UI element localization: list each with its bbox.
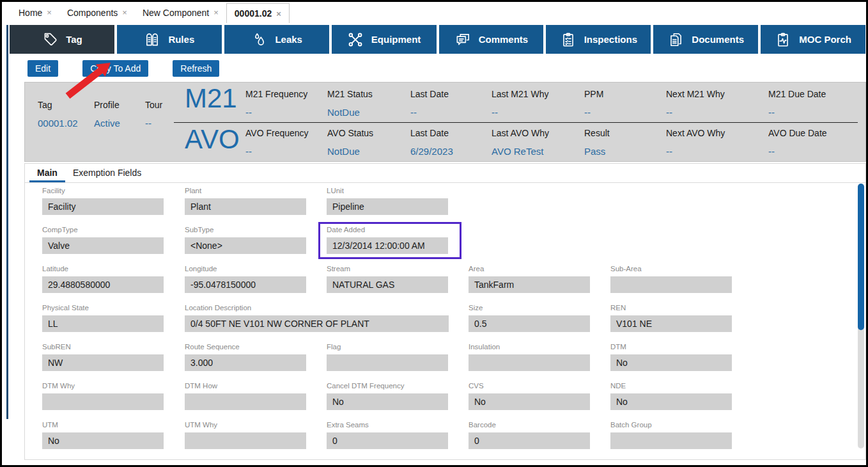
nde-field: NDE No xyxy=(610,382,732,410)
red-arrow-annotation xyxy=(63,56,120,104)
tab-00001-02[interactable]: 00001.02 × xyxy=(226,3,290,23)
ppm-value: -- xyxy=(584,107,591,118)
field-label: DTM How xyxy=(185,382,306,391)
field-value[interactable]: TankFarm xyxy=(469,276,590,293)
field-value[interactable] xyxy=(469,354,590,371)
last-avo-why-label: Last AVO Why xyxy=(492,128,549,138)
field-value[interactable] xyxy=(42,393,164,410)
nav-label: Tag xyxy=(66,34,82,45)
close-icon[interactable]: × xyxy=(276,9,281,19)
field-value[interactable]: 29.4880580000 xyxy=(42,276,164,293)
tab-main[interactable]: Main xyxy=(29,164,65,182)
avo-frequency-value: -- xyxy=(245,146,252,157)
facility-field: Facility Facility xyxy=(42,187,164,215)
field-value[interactable]: Plant xyxy=(185,198,306,215)
field-value[interactable]: V101 NE xyxy=(610,315,732,332)
field-value[interactable]: 0/4 50FT NE V101 NW CORNER OF PLANT xyxy=(185,315,449,332)
scrollbar-thumb[interactable] xyxy=(858,184,864,330)
ren-field: REN V101 NE xyxy=(610,304,732,332)
avo-frequency-label: AVO Frequency xyxy=(245,128,309,138)
plant-field: Plant Plant xyxy=(185,187,306,215)
field-value[interactable]: Pipeline xyxy=(327,198,448,215)
nav-leaks-button[interactable]: Leaks xyxy=(224,25,329,54)
nav-equipment-button[interactable]: Equipment xyxy=(332,25,437,54)
field-value[interactable] xyxy=(185,432,306,449)
form-tabs: Main Exemption Fields xyxy=(25,164,865,183)
comments-icon xyxy=(454,31,471,48)
form-row: DTM Why DTM How Cancel DTM Frequency No … xyxy=(25,378,865,417)
nav-moc-porch-button[interactable]: MOC Porch xyxy=(761,25,865,54)
field-value[interactable] xyxy=(610,276,732,293)
field-value[interactable]: 0 xyxy=(327,432,448,449)
inspections-icon xyxy=(560,31,577,48)
field-value[interactable]: 0.5 xyxy=(469,315,590,332)
tab-new-component[interactable]: New Component × xyxy=(135,4,226,22)
field-label: Plant xyxy=(185,187,306,196)
nav-inspections-button[interactable]: Inspections xyxy=(546,25,651,54)
form-row: UTM No UTM Why Extra Seams 0 Barcode 0 B… xyxy=(25,417,865,456)
field-value[interactable]: No xyxy=(327,393,448,410)
ppm-label: PPM xyxy=(584,89,603,99)
subren-field: SubREN NW xyxy=(42,343,164,371)
nav-documents-button[interactable]: Documents xyxy=(653,25,758,54)
insulation-field: Insulation xyxy=(469,343,590,371)
next-m21-why-label: Next M21 Why xyxy=(666,89,725,99)
field-label: Batch Group xyxy=(610,421,732,430)
form-row: SubREN NW Route Sequence 3.000 Flag Insu… xyxy=(25,339,865,378)
edit-button[interactable]: Edit xyxy=(27,60,58,77)
tab-components[interactable]: Components × xyxy=(59,4,135,22)
result-value: Pass xyxy=(584,146,605,157)
field-value[interactable]: Valve xyxy=(42,237,164,254)
nav-label: Rules xyxy=(168,34,194,45)
field-value[interactable]: -95.0478150000 xyxy=(185,276,306,293)
refresh-button[interactable]: Refresh xyxy=(173,60,219,77)
field-label: Date Added xyxy=(327,226,448,235)
flag-field: Flag xyxy=(327,343,448,371)
nav-comments-button[interactable]: Comments xyxy=(439,25,544,54)
field-value[interactable]: No xyxy=(610,393,732,410)
dtm-how-field: DTM How xyxy=(185,382,306,410)
nav-label: Inspections xyxy=(584,34,637,45)
field-value[interactable]: No xyxy=(42,432,164,449)
tour-value: -- xyxy=(145,118,151,129)
cancel-dtm-frequency-field: Cancel DTM Frequency No xyxy=(327,382,448,410)
field-value[interactable]: <None> xyxy=(185,237,306,254)
field-value[interactable]: 3.000 xyxy=(185,354,306,371)
field-value[interactable]: No xyxy=(610,354,732,371)
tag-icon xyxy=(42,31,58,48)
m21-frequency-value: -- xyxy=(245,107,252,118)
field-value[interactable]: 12/3/2014 12:00:00 AM xyxy=(327,237,448,254)
field-value[interactable]: 0 xyxy=(469,432,590,449)
field-value[interactable]: No xyxy=(469,393,590,410)
nav-rules-button[interactable]: Rules xyxy=(117,25,222,54)
avo-status-value: NotDue xyxy=(327,146,360,157)
tab-exemption-fields[interactable]: Exemption Fields xyxy=(65,164,149,182)
tag-value[interactable]: 00001.02 xyxy=(38,118,78,129)
field-value[interactable] xyxy=(185,393,306,410)
last-avo-why-value[interactable]: AVO ReTest xyxy=(492,146,543,157)
field-label: CVS xyxy=(469,382,590,391)
app-window: Home × Components × New Component × 0000… xyxy=(0,0,868,467)
close-icon[interactable]: × xyxy=(47,8,52,17)
moc-porch-icon xyxy=(775,31,791,48)
field-value[interactable] xyxy=(327,354,448,371)
nav-label: Documents xyxy=(692,34,744,45)
field-value[interactable]: LL xyxy=(42,315,164,332)
field-value[interactable] xyxy=(610,432,732,449)
nav-tag-button[interactable]: Tag xyxy=(10,25,114,54)
module-nav: Tag Rules Leaks Equipment xyxy=(10,25,865,54)
close-icon[interactable]: × xyxy=(213,8,219,17)
field-value[interactable]: NW xyxy=(42,354,164,371)
close-icon[interactable]: × xyxy=(122,8,127,17)
field-value[interactable]: Facility xyxy=(42,198,164,215)
field-label: Area xyxy=(469,265,590,274)
field-value[interactable]: NATURAL GAS xyxy=(327,276,448,293)
batch-group-field: Batch Group xyxy=(610,421,732,449)
physical-state-field: Physical State LL xyxy=(42,304,164,332)
field-label: UTM xyxy=(42,421,164,430)
rules-icon xyxy=(144,31,160,48)
dtm-why-field: DTM Why xyxy=(42,382,164,410)
tab-home[interactable]: Home × xyxy=(11,4,59,22)
tag-label: Tag xyxy=(38,100,52,110)
scrollbar[interactable] xyxy=(858,184,864,448)
